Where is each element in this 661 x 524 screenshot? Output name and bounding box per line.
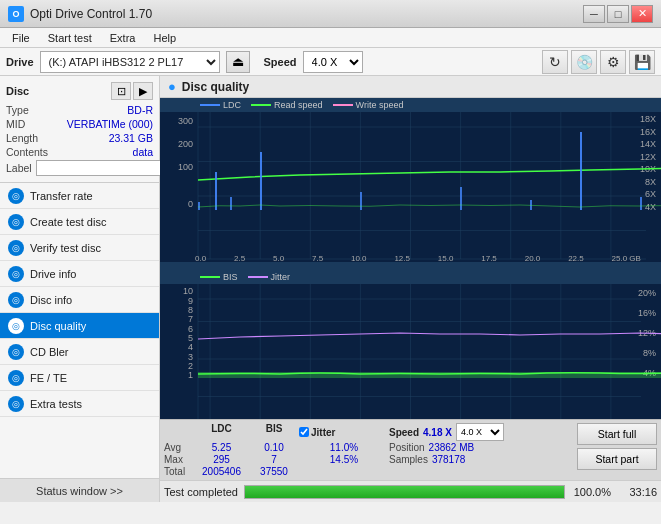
sidebar-item-create-test-disc[interactable]: ◎ Create test disc [0,209,159,235]
sidebar-item-disc-quality[interactable]: ◎ Disc quality [0,313,159,339]
disc-length-value: 23.31 GB [109,132,153,144]
save-button[interactable]: 💾 [629,50,655,74]
action-buttons: Start full Start part [577,423,657,470]
svg-rect-32 [260,152,262,210]
sidebar-item-drive-info[interactable]: ◎ Drive info [0,261,159,287]
svg-text:1: 1 [188,370,193,380]
legend-read-label: Read speed [274,100,323,110]
drivebar: Drive (K:) ATAPI iHBS312 2 PL17 ⏏ Speed … [0,48,661,76]
disc-info-panel: Disc ⊡ ▶ Type BD-R MID VERBATIMe (000) L… [0,76,159,183]
bottom-chart-area: 10 9 8 7 6 5 4 3 2 1 20% 16% 12% 8% 4% [160,284,661,419]
nav-icon-disc-info: ◎ [8,292,24,308]
stats-total-bis: 37550 [249,466,299,477]
stats-max-ldc: 295 [194,454,249,465]
sidebar-item-fe-te[interactable]: ◎ FE / TE [0,365,159,391]
nav-label-cd-bler: CD Bler [30,346,69,358]
disc-length-label: Length [6,132,38,144]
main-layout: Disc ⊡ ▶ Type BD-R MID VERBATIMe (000) L… [0,76,661,502]
nav-label-verify-test-disc: Verify test disc [30,242,101,254]
stats-panel: LDC BIS Jitter Speed 4.18 X 4.0 X [160,419,661,480]
legend-bis-color [200,276,220,278]
legend-jitter: Jitter [248,272,291,282]
svg-text:14X: 14X [640,139,656,149]
svg-text:100: 100 [178,162,193,172]
stats-headers: LDC BIS Jitter Speed 4.18 X 4.0 X [164,423,573,441]
nav-label-drive-info: Drive info [30,268,76,280]
progress-area: Test completed 100.0% 33:16 [160,480,661,502]
stats-max-jitter: 14.5% [299,454,389,465]
sidebar-item-extra-tests[interactable]: ◎ Extra tests [0,391,159,417]
speed-select[interactable]: 4.0 X 8.0 X Max [303,51,363,73]
legend-jitter-color [248,276,268,278]
nav-icon-cd-bler: ◎ [8,344,24,360]
stats-avg-bis: 0.10 [249,442,299,453]
disc-mid-row: MID VERBATIMe (000) [6,118,153,130]
maximize-button[interactable]: □ [607,5,629,23]
top-chart-legend: LDC Read speed Write speed [160,98,661,112]
nav-icon-transfer-rate: ◎ [8,188,24,204]
refresh-button[interactable]: ↻ [542,50,568,74]
svg-text:200: 200 [178,139,193,149]
nav-icon-create-test-disc: ◎ [8,214,24,230]
jitter-checkbox[interactable] [299,427,309,437]
disc-icon-btn-2[interactable]: ▶ [133,82,153,100]
eject-button[interactable]: ⏏ [226,51,250,73]
stats-total-ldc: 2005406 [194,466,249,477]
disc-label-input[interactable] [36,160,169,176]
col-header-ldc: LDC [194,423,249,441]
disc-mid-value: VERBATIMe (000) [67,118,153,130]
bottom-chart-legend: BIS Jitter [160,270,661,284]
disc-type-value: BD-R [127,104,153,116]
menu-extra[interactable]: Extra [102,31,144,45]
close-button[interactable]: ✕ [631,5,653,23]
disc-type-row: Type BD-R [6,104,153,116]
start-part-button[interactable]: Start part [577,448,657,470]
svg-text:12X: 12X [640,152,656,162]
menu-start-test[interactable]: Start test [40,31,100,45]
speed-select-stat[interactable]: 4.0 X [456,423,504,441]
svg-text:4X: 4X [645,202,656,212]
disc-button[interactable]: 💿 [571,50,597,74]
menu-file[interactable]: File [4,31,38,45]
progress-percent: 100.0% [571,486,611,498]
nav-icon-drive-info: ◎ [8,266,24,282]
stats-avg-jitter: 11.0% [299,442,389,453]
legend-write-color [333,104,353,106]
nav-label-disc-quality: Disc quality [30,320,86,332]
disc-quality-header: ● Disc quality [160,76,661,98]
nav-icon-fe-te: ◎ [8,370,24,386]
status-text: Test completed [164,486,238,498]
stats-data: LDC BIS Jitter Speed 4.18 X 4.0 X [164,423,573,477]
svg-text:4: 4 [188,342,193,352]
disc-contents-label: Contents [6,146,48,158]
menu-help[interactable]: Help [145,31,184,45]
stats-position-value: 23862 MB [429,442,475,453]
sidebar-item-verify-test-disc[interactable]: ◎ Verify test disc [0,235,159,261]
legend-write-speed: Write speed [333,100,404,110]
minimize-button[interactable]: ─ [583,5,605,23]
top-chart-area: 300 200 100 0 18X 16X 14X 12X 10X 8X 6X … [160,112,661,262]
svg-text:0: 0 [188,199,193,209]
stats-samples-value: 378178 [432,454,465,465]
svg-text:10: 10 [183,286,193,296]
sidebar: Disc ⊡ ▶ Type BD-R MID VERBATIMe (000) L… [0,76,160,502]
settings-button[interactable]: ⚙ [600,50,626,74]
content-area: ● Disc quality LDC Read speed Write spee… [160,76,661,502]
nav-icon-extra-tests: ◎ [8,396,24,412]
stats-avg-ldc: 5.25 [194,442,249,453]
speed-label: Speed [264,56,297,68]
sidebar-item-cd-bler[interactable]: ◎ CD Bler [0,339,159,365]
svg-rect-29 [198,202,200,210]
start-full-button[interactable]: Start full [577,423,657,445]
svg-text:8X: 8X [645,177,656,187]
stats-max-label: Max [164,454,194,465]
status-window-button[interactable]: Status window >> [0,478,159,502]
drive-select[interactable]: (K:) ATAPI iHBS312 2 PL17 [40,51,220,73]
stats-avg-row: Avg 5.25 0.10 11.0% Position 23862 MB [164,442,573,453]
svg-rect-33 [360,192,362,210]
app-title: Opti Drive Control 1.70 [30,7,152,21]
sidebar-item-disc-info[interactable]: ◎ Disc info [0,287,159,313]
disc-icon-btn-1[interactable]: ⊡ [111,82,131,100]
sidebar-item-transfer-rate[interactable]: ◎ Transfer rate [0,183,159,209]
legend-read-speed: Read speed [251,100,323,110]
